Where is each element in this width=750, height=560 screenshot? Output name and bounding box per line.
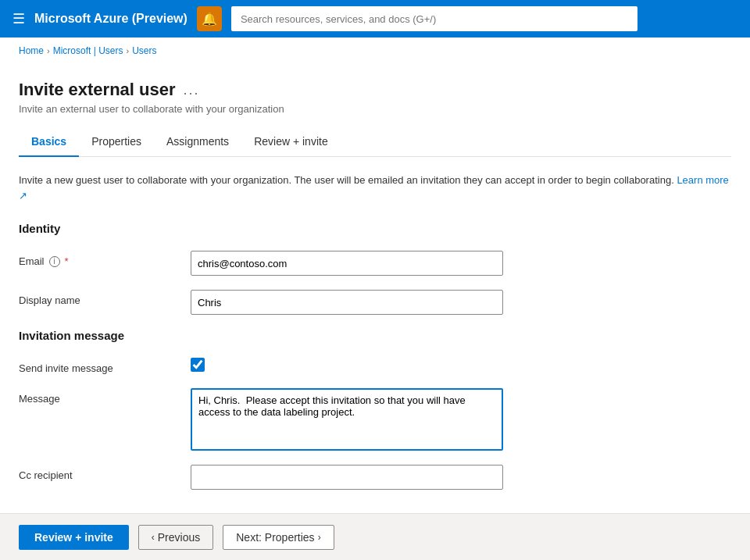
footer: Review + invite ‹ Previous Next: Propert… xyxy=(0,513,750,560)
display-name-group: Display name xyxy=(19,290,731,315)
next-button[interactable]: Next: Properties › xyxy=(223,525,334,550)
send-invite-group: Send invite message xyxy=(19,358,731,374)
message-textarea[interactable]: Hi, Chris. Please accept this invitation… xyxy=(191,388,503,451)
send-invite-checkbox-wrap xyxy=(191,358,205,372)
prev-chevron-icon: ‹ xyxy=(152,532,155,543)
tabs: Basics Properties Assignments Review + i… xyxy=(19,127,731,157)
info-banner: Invite a new guest user to collaborate w… xyxy=(19,173,731,203)
cc-recipient-group: Cc recipient xyxy=(19,465,731,490)
identity-heading: Identity xyxy=(19,222,731,235)
display-name-label: Display name xyxy=(19,290,191,306)
email-required-star: * xyxy=(65,255,69,267)
next-chevron-icon: › xyxy=(318,532,321,543)
breadcrumb-users[interactable]: Users xyxy=(132,45,156,56)
previous-label: Previous xyxy=(158,531,200,544)
email-input[interactable] xyxy=(191,251,503,276)
message-label: Message xyxy=(19,388,191,405)
cc-recipient-label: Cc recipient xyxy=(19,465,191,481)
top-nav: ☰ Microsoft Azure (Preview) 🔔 xyxy=(0,0,750,37)
breadcrumb-home[interactable]: Home xyxy=(19,45,44,56)
tab-assignments[interactable]: Assignments xyxy=(154,127,241,157)
email-label: Email i * xyxy=(19,251,191,267)
page-title: Invite external user xyxy=(19,80,176,100)
invitation-heading: Invitation message xyxy=(19,329,731,342)
tab-review[interactable]: Review + invite xyxy=(241,127,341,157)
more-options-icon[interactable]: ... xyxy=(184,82,200,98)
send-invite-checkbox[interactable] xyxy=(191,358,205,372)
breadcrumb-microsoft-users[interactable]: Microsoft | Users xyxy=(53,45,123,56)
search-input[interactable] xyxy=(231,6,638,31)
email-info-icon[interactable]: i xyxy=(49,256,60,267)
breadcrumb-sep-1: › xyxy=(47,46,50,55)
page-title-row: Invite external user ... xyxy=(19,80,731,100)
breadcrumb: Home › Microsoft | Users › Users xyxy=(0,37,750,64)
main-content: Invite external user ... Invite an exter… xyxy=(0,64,750,560)
send-invite-label: Send invite message xyxy=(19,358,191,374)
previous-button[interactable]: ‹ Previous xyxy=(138,525,213,550)
tab-basics[interactable]: Basics xyxy=(19,127,79,157)
email-group: Email i * xyxy=(19,251,731,276)
cc-recipient-input[interactable] xyxy=(191,465,503,490)
hamburger-icon[interactable]: ☰ xyxy=(12,10,25,27)
next-label: Next: Properties xyxy=(236,531,314,544)
display-name-input[interactable] xyxy=(191,290,503,315)
review-invite-button[interactable]: Review + invite xyxy=(19,525,129,550)
page-subtitle: Invite an external user to collaborate w… xyxy=(19,103,731,115)
bell-icon[interactable]: 🔔 xyxy=(197,6,222,31)
message-group: Message Hi, Chris. Please accept this in… xyxy=(19,388,731,451)
app-title: Microsoft Azure (Preview) xyxy=(34,12,188,26)
breadcrumb-sep-2: › xyxy=(126,46,129,55)
tab-properties[interactable]: Properties xyxy=(79,127,154,157)
